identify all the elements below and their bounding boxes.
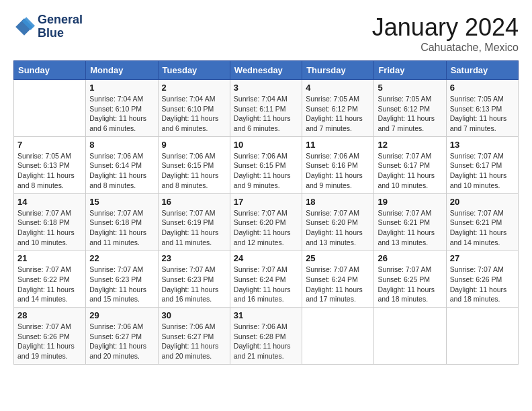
day-number: 26 <box>378 253 442 263</box>
calendar-day-cell: 15Sunrise: 7:07 AMSunset: 6:18 PMDayligh… <box>86 193 158 250</box>
day-number: 6 <box>450 83 515 93</box>
day-number: 21 <box>17 253 82 263</box>
page-header: General Blue January 2024 Cahuatache, Me… <box>13 13 519 54</box>
calendar-day-cell <box>446 308 518 365</box>
calendar-day-cell: 12Sunrise: 7:07 AMSunset: 6:17 PMDayligh… <box>374 136 446 193</box>
day-content: Sunrise: 7:05 AMSunset: 6:13 PMDaylight:… <box>17 151 82 191</box>
calendar-day-cell: 24Sunrise: 7:07 AMSunset: 6:24 PMDayligh… <box>230 250 302 308</box>
weekday-header: Thursday <box>302 61 374 80</box>
day-content: Sunrise: 7:07 AMSunset: 6:20 PMDaylight:… <box>234 208 298 248</box>
day-content: Sunrise: 7:07 AMSunset: 6:26 PMDaylight:… <box>17 322 82 361</box>
calendar-day-cell: 31Sunrise: 7:06 AMSunset: 6:28 PMDayligh… <box>230 308 302 365</box>
day-content: Sunrise: 7:07 AMSunset: 6:24 PMDaylight:… <box>306 265 370 304</box>
day-content: Sunrise: 7:05 AMSunset: 6:13 PMDaylight:… <box>450 94 515 134</box>
day-number: 23 <box>162 253 226 263</box>
calendar-day-cell: 30Sunrise: 7:06 AMSunset: 6:27 PMDayligh… <box>158 308 230 365</box>
day-content: Sunrise: 7:07 AMSunset: 6:17 PMDaylight:… <box>450 151 515 191</box>
day-number: 9 <box>162 140 226 150</box>
day-content: Sunrise: 7:06 AMSunset: 6:16 PMDaylight:… <box>306 151 370 191</box>
day-content: Sunrise: 7:06 AMSunset: 6:28 PMDaylight:… <box>234 322 298 361</box>
calendar-day-cell: 28Sunrise: 7:07 AMSunset: 6:26 PMDayligh… <box>14 308 86 365</box>
day-number: 13 <box>450 140 515 150</box>
day-content: Sunrise: 7:07 AMSunset: 6:21 PMDaylight:… <box>450 208 515 248</box>
day-number: 8 <box>89 140 154 150</box>
day-content: Sunrise: 7:05 AMSunset: 6:12 PMDaylight:… <box>306 94 370 134</box>
calendar-week-row: 7Sunrise: 7:05 AMSunset: 6:13 PMDaylight… <box>14 136 519 193</box>
day-content: Sunrise: 7:06 AMSunset: 6:15 PMDaylight:… <box>234 151 298 191</box>
calendar-day-cell: 18Sunrise: 7:07 AMSunset: 6:20 PMDayligh… <box>302 193 374 250</box>
day-content: Sunrise: 7:05 AMSunset: 6:12 PMDaylight:… <box>378 94 442 134</box>
calendar-day-cell: 14Sunrise: 7:07 AMSunset: 6:18 PMDayligh… <box>14 193 86 250</box>
calendar-day-cell: 6Sunrise: 7:05 AMSunset: 6:13 PMDaylight… <box>446 80 518 137</box>
calendar-day-cell: 29Sunrise: 7:06 AMSunset: 6:27 PMDayligh… <box>86 308 158 365</box>
calendar-header-row: SundayMondayTuesdayWednesdayThursdayFrid… <box>14 61 519 80</box>
logo: General Blue <box>13 13 83 40</box>
day-content: Sunrise: 7:07 AMSunset: 6:25 PMDaylight:… <box>378 265 442 304</box>
day-content: Sunrise: 7:07 AMSunset: 6:18 PMDaylight:… <box>89 208 154 248</box>
calendar-day-cell: 9Sunrise: 7:06 AMSunset: 6:15 PMDaylight… <box>158 136 230 193</box>
weekday-header: Sunday <box>14 61 86 80</box>
day-content: Sunrise: 7:07 AMSunset: 6:20 PMDaylight:… <box>306 208 370 248</box>
weekday-header: Tuesday <box>158 61 230 80</box>
calendar-day-cell: 25Sunrise: 7:07 AMSunset: 6:24 PMDayligh… <box>302 250 374 308</box>
day-number: 4 <box>306 83 370 93</box>
day-content: Sunrise: 7:04 AMSunset: 6:10 PMDaylight:… <box>89 94 154 134</box>
day-content: Sunrise: 7:04 AMSunset: 6:11 PMDaylight:… <box>234 94 298 134</box>
day-number: 1 <box>89 83 154 93</box>
calendar-body: 1Sunrise: 7:04 AMSunset: 6:10 PMDaylight… <box>14 80 519 365</box>
day-content: Sunrise: 7:07 AMSunset: 6:24 PMDaylight:… <box>234 265 298 304</box>
calendar-table: SundayMondayTuesdayWednesdayThursdayFrid… <box>13 60 519 365</box>
logo-text: General Blue <box>38 13 83 40</box>
day-content: Sunrise: 7:04 AMSunset: 6:10 PMDaylight:… <box>162 94 226 134</box>
calendar-week-row: 28Sunrise: 7:07 AMSunset: 6:26 PMDayligh… <box>14 308 519 365</box>
calendar-day-cell: 17Sunrise: 7:07 AMSunset: 6:20 PMDayligh… <box>230 193 302 250</box>
calendar-day-cell: 7Sunrise: 7:05 AMSunset: 6:13 PMDaylight… <box>14 136 86 193</box>
day-number: 29 <box>89 310 154 320</box>
weekday-header: Monday <box>86 61 158 80</box>
day-content: Sunrise: 7:07 AMSunset: 6:22 PMDaylight:… <box>17 265 82 304</box>
day-number: 3 <box>234 83 298 93</box>
calendar-day-cell: 16Sunrise: 7:07 AMSunset: 6:19 PMDayligh… <box>158 193 230 250</box>
day-number: 27 <box>450 253 515 263</box>
day-number: 12 <box>378 140 442 150</box>
day-number: 2 <box>162 83 226 93</box>
weekday-header: Saturday <box>446 61 518 80</box>
calendar-day-cell: 8Sunrise: 7:06 AMSunset: 6:14 PMDaylight… <box>86 136 158 193</box>
day-content: Sunrise: 7:06 AMSunset: 6:27 PMDaylight:… <box>89 322 154 361</box>
day-content: Sunrise: 7:06 AMSunset: 6:27 PMDaylight:… <box>162 322 226 361</box>
day-number: 31 <box>234 310 298 320</box>
location: Cahuatache, Mexico <box>372 42 519 54</box>
day-number: 22 <box>89 253 154 263</box>
day-number: 28 <box>17 310 82 320</box>
calendar-week-row: 1Sunrise: 7:04 AMSunset: 6:10 PMDaylight… <box>14 80 519 137</box>
month-title: January 2024 <box>372 13 519 42</box>
calendar-day-cell: 23Sunrise: 7:07 AMSunset: 6:23 PMDayligh… <box>158 250 230 308</box>
calendar-day-cell: 4Sunrise: 7:05 AMSunset: 6:12 PMDaylight… <box>302 80 374 137</box>
day-number: 18 <box>306 197 370 207</box>
title-block: January 2024 Cahuatache, Mexico <box>372 13 519 54</box>
calendar-day-cell <box>374 308 446 365</box>
calendar-day-cell: 1Sunrise: 7:04 AMSunset: 6:10 PMDaylight… <box>86 80 158 137</box>
day-number: 7 <box>17 140 82 150</box>
day-number: 25 <box>306 253 370 263</box>
day-number: 16 <box>162 197 226 207</box>
weekday-header: Wednesday <box>230 61 302 80</box>
calendar-day-cell: 5Sunrise: 7:05 AMSunset: 6:12 PMDaylight… <box>374 80 446 137</box>
day-number: 17 <box>234 197 298 207</box>
calendar-day-cell: 10Sunrise: 7:06 AMSunset: 6:15 PMDayligh… <box>230 136 302 193</box>
day-number: 24 <box>234 253 298 263</box>
calendar-day-cell: 11Sunrise: 7:06 AMSunset: 6:16 PMDayligh… <box>302 136 374 193</box>
calendar-week-row: 21Sunrise: 7:07 AMSunset: 6:22 PMDayligh… <box>14 250 519 308</box>
calendar-day-cell <box>14 80 86 137</box>
calendar-day-cell: 13Sunrise: 7:07 AMSunset: 6:17 PMDayligh… <box>446 136 518 193</box>
day-content: Sunrise: 7:06 AMSunset: 6:14 PMDaylight:… <box>89 151 154 191</box>
weekday-header: Friday <box>374 61 446 80</box>
day-number: 14 <box>17 197 82 207</box>
calendar-day-cell: 21Sunrise: 7:07 AMSunset: 6:22 PMDayligh… <box>14 250 86 308</box>
day-content: Sunrise: 7:07 AMSunset: 6:21 PMDaylight:… <box>378 208 442 248</box>
calendar-day-cell: 3Sunrise: 7:04 AMSunset: 6:11 PMDaylight… <box>230 80 302 137</box>
day-number: 20 <box>450 197 515 207</box>
day-content: Sunrise: 7:07 AMSunset: 6:26 PMDaylight:… <box>450 265 515 304</box>
day-number: 10 <box>234 140 298 150</box>
day-content: Sunrise: 7:07 AMSunset: 6:17 PMDaylight:… <box>378 151 442 191</box>
